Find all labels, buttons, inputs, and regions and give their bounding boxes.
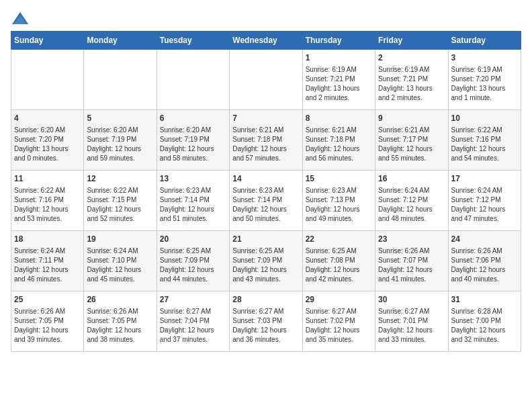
day-info: Sunrise: 6:23 AMSunset: 7:13 PMDaylight:…: [306, 186, 372, 224]
day-info: Sunrise: 6:27 AMSunset: 7:04 PMDaylight:…: [160, 307, 226, 345]
week-row-5: 25Sunrise: 6:26 AMSunset: 7:05 PMDayligh…: [11, 291, 521, 352]
day-number: 7: [232, 113, 299, 124]
day-cell-14: 14Sunrise: 6:23 AMSunset: 7:14 PMDayligh…: [230, 171, 302, 231]
day-cell-9: 9Sunrise: 6:21 AMSunset: 7:17 PMDaylight…: [375, 110, 448, 171]
header-row: SundayMondayTuesdayWednesdayThursdayFrid…: [11, 32, 521, 50]
day-info: Sunrise: 6:25 AMSunset: 7:09 PMDaylight:…: [160, 246, 226, 284]
day-info: Sunrise: 6:21 AMSunset: 7:17 PMDaylight:…: [378, 126, 445, 163]
day-info: Sunrise: 6:25 AMSunset: 7:09 PMDaylight:…: [232, 246, 299, 284]
header-cell-sunday: Sunday: [11, 32, 84, 50]
day-number: 13: [160, 173, 226, 185]
day-cell-8: 8Sunrise: 6:21 AMSunset: 7:18 PMDaylight…: [302, 110, 375, 171]
day-number: 22: [306, 234, 372, 245]
day-info: Sunrise: 6:22 AMSunset: 7:16 PMDaylight:…: [14, 186, 81, 224]
day-cell-11: 11Sunrise: 6:22 AMSunset: 7:16 PMDayligh…: [11, 171, 84, 231]
day-number: 14: [232, 173, 299, 185]
day-cell-27: 27Sunrise: 6:27 AMSunset: 7:04 PMDayligh…: [157, 291, 229, 352]
day-cell-empty: [230, 50, 302, 110]
day-info: Sunrise: 6:22 AMSunset: 7:16 PMDaylight:…: [451, 126, 518, 163]
day-cell-3: 3Sunrise: 6:19 AMSunset: 7:20 PMDaylight…: [448, 50, 521, 110]
week-row-3: 11Sunrise: 6:22 AMSunset: 7:16 PMDayligh…: [11, 171, 521, 231]
day-cell-17: 17Sunrise: 6:24 AMSunset: 7:12 PMDayligh…: [448, 171, 521, 231]
day-cell-23: 23Sunrise: 6:26 AMSunset: 7:07 PMDayligh…: [375, 231, 448, 291]
day-cell-empty: [84, 50, 157, 110]
day-number: 31: [451, 294, 518, 306]
day-cell-21: 21Sunrise: 6:25 AMSunset: 7:09 PMDayligh…: [230, 231, 302, 291]
day-info: Sunrise: 6:23 AMSunset: 7:14 PMDaylight:…: [160, 186, 226, 224]
header-cell-thursday: Thursday: [302, 32, 375, 50]
day-info: Sunrise: 6:24 AMSunset: 7:11 PMDaylight:…: [14, 246, 81, 284]
day-info: Sunrise: 6:24 AMSunset: 7:10 PMDaylight:…: [87, 246, 153, 284]
day-info: Sunrise: 6:24 AMSunset: 7:12 PMDaylight:…: [451, 186, 518, 224]
day-number: 20: [160, 234, 226, 245]
day-cell-2: 2Sunrise: 6:19 AMSunset: 7:21 PMDaylight…: [375, 50, 448, 110]
day-cell-18: 18Sunrise: 6:24 AMSunset: 7:11 PMDayligh…: [11, 231, 84, 291]
day-info: Sunrise: 6:23 AMSunset: 7:14 PMDaylight:…: [232, 186, 299, 224]
logo: [11, 11, 32, 26]
day-info: Sunrise: 6:26 AMSunset: 7:05 PMDaylight:…: [87, 307, 153, 345]
week-row-2: 4Sunrise: 6:20 AMSunset: 7:20 PMDaylight…: [11, 110, 521, 171]
header-cell-saturday: Saturday: [448, 32, 521, 50]
day-cell-15: 15Sunrise: 6:23 AMSunset: 7:13 PMDayligh…: [302, 171, 375, 231]
day-number: 17: [451, 173, 518, 185]
day-cell-20: 20Sunrise: 6:25 AMSunset: 7:09 PMDayligh…: [157, 231, 229, 291]
day-cell-empty: [157, 50, 229, 110]
header: [11, 11, 521, 26]
day-number: 5: [87, 113, 153, 124]
day-cell-24: 24Sunrise: 6:26 AMSunset: 7:06 PMDayligh…: [448, 231, 521, 291]
day-cell-22: 22Sunrise: 6:25 AMSunset: 7:08 PMDayligh…: [302, 231, 375, 291]
day-number: 15: [306, 173, 372, 185]
day-info: Sunrise: 6:26 AMSunset: 7:05 PMDaylight:…: [14, 307, 81, 345]
day-cell-29: 29Sunrise: 6:27 AMSunset: 7:02 PMDayligh…: [302, 291, 375, 352]
week-row-1: 1Sunrise: 6:19 AMSunset: 7:21 PMDaylight…: [11, 50, 521, 110]
day-info: Sunrise: 6:21 AMSunset: 7:18 PMDaylight:…: [232, 126, 299, 163]
day-number: 8: [306, 113, 372, 124]
day-cell-13: 13Sunrise: 6:23 AMSunset: 7:14 PMDayligh…: [157, 171, 229, 231]
day-number: 24: [451, 234, 518, 245]
day-info: Sunrise: 6:19 AMSunset: 7:21 PMDaylight:…: [378, 65, 445, 103]
day-number: 21: [232, 234, 299, 245]
day-cell-28: 28Sunrise: 6:27 AMSunset: 7:03 PMDayligh…: [230, 291, 302, 352]
day-info: Sunrise: 6:24 AMSunset: 7:12 PMDaylight:…: [378, 186, 445, 224]
day-number: 4: [14, 113, 81, 124]
day-number: 25: [14, 294, 81, 306]
day-number: 23: [378, 234, 445, 245]
day-number: 12: [87, 173, 153, 185]
day-number: 3: [451, 52, 518, 64]
day-number: 1: [306, 52, 372, 64]
header-cell-friday: Friday: [375, 32, 448, 50]
day-info: Sunrise: 6:20 AMSunset: 7:20 PMDaylight:…: [14, 126, 81, 163]
day-cell-19: 19Sunrise: 6:24 AMSunset: 7:10 PMDayligh…: [84, 231, 157, 291]
day-info: Sunrise: 6:20 AMSunset: 7:19 PMDaylight:…: [87, 126, 153, 163]
calendar-table: SundayMondayTuesdayWednesdayThursdayFrid…: [11, 31, 521, 352]
day-number: 2: [378, 52, 445, 64]
day-cell-1: 1Sunrise: 6:19 AMSunset: 7:21 PMDaylight…: [302, 50, 375, 110]
day-number: 10: [451, 113, 518, 124]
day-cell-empty: [11, 50, 84, 110]
day-number: 9: [378, 113, 445, 124]
day-number: 18: [14, 234, 81, 245]
logo-icon: [11, 11, 30, 26]
day-cell-5: 5Sunrise: 6:20 AMSunset: 7:19 PMDaylight…: [84, 110, 157, 171]
day-cell-26: 26Sunrise: 6:26 AMSunset: 7:05 PMDayligh…: [84, 291, 157, 352]
day-info: Sunrise: 6:27 AMSunset: 7:02 PMDaylight:…: [306, 307, 372, 345]
day-cell-4: 4Sunrise: 6:20 AMSunset: 7:20 PMDaylight…: [11, 110, 84, 171]
day-info: Sunrise: 6:27 AMSunset: 7:03 PMDaylight:…: [232, 307, 299, 345]
day-cell-16: 16Sunrise: 6:24 AMSunset: 7:12 PMDayligh…: [375, 171, 448, 231]
day-info: Sunrise: 6:25 AMSunset: 7:08 PMDaylight:…: [306, 246, 372, 284]
day-cell-30: 30Sunrise: 6:27 AMSunset: 7:01 PMDayligh…: [375, 291, 448, 352]
day-info: Sunrise: 6:26 AMSunset: 7:06 PMDaylight:…: [451, 246, 518, 284]
day-info: Sunrise: 6:19 AMSunset: 7:21 PMDaylight:…: [306, 65, 372, 103]
day-number: 27: [160, 294, 226, 306]
day-cell-6: 6Sunrise: 6:20 AMSunset: 7:19 PMDaylight…: [157, 110, 229, 171]
day-number: 29: [306, 294, 372, 306]
day-info: Sunrise: 6:22 AMSunset: 7:15 PMDaylight:…: [87, 186, 153, 224]
week-row-4: 18Sunrise: 6:24 AMSunset: 7:11 PMDayligh…: [11, 231, 521, 291]
day-info: Sunrise: 6:28 AMSunset: 7:00 PMDaylight:…: [451, 307, 518, 345]
day-info: Sunrise: 6:19 AMSunset: 7:20 PMDaylight:…: [451, 65, 518, 103]
header-cell-monday: Monday: [84, 32, 157, 50]
day-number: 11: [14, 173, 81, 185]
day-number: 6: [160, 113, 226, 124]
day-number: 30: [378, 294, 445, 306]
day-cell-12: 12Sunrise: 6:22 AMSunset: 7:15 PMDayligh…: [84, 171, 157, 231]
